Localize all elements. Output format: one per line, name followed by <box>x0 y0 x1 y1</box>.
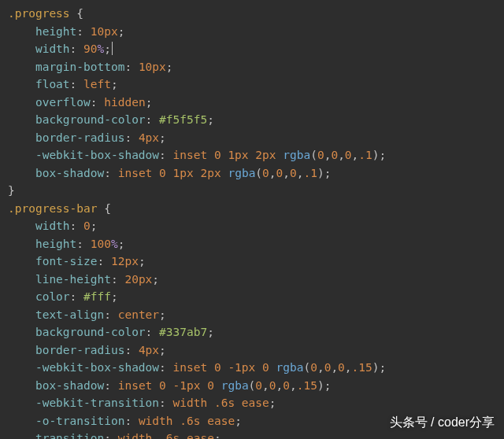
css-declaration: text-align: center; <box>8 306 504 324</box>
css-declaration: overflow: hidden; <box>8 94 504 112</box>
css-declaration: height: 100%; <box>8 235 504 253</box>
css-selector-line: .progress { <box>8 5 504 23</box>
css-declaration: line-height: 20px; <box>8 271 504 289</box>
css-declaration: box-shadow: inset 0 1px 2px rgba(0,0,0,.… <box>8 164 504 183</box>
css-declaration: -webkit-transition: width .6s ease; <box>8 394 504 412</box>
css-declaration: border-radius: 4px; <box>8 341 504 360</box>
css-declaration: width: 0; <box>8 217 504 235</box>
css-declaration: color: #fff; <box>8 288 504 306</box>
css-declaration: margin-bottom: 10px; <box>8 58 504 76</box>
css-declaration: width: 90%; <box>8 40 504 58</box>
code-block: .progress { height: 10px; width: 90%; ma… <box>0 0 504 439</box>
css-declaration: background-color: #f5f5f5; <box>8 111 504 129</box>
css-declaration: float: left; <box>8 76 504 94</box>
css-declaration: border-radius: 4px; <box>8 129 504 147</box>
css-close-brace: } <box>8 182 504 200</box>
css-declaration: -webkit-box-shadow: inset 0 1px 2px rgba… <box>8 146 504 164</box>
css-declaration: background-color: #337ab7; <box>8 323 504 341</box>
css-declaration: box-shadow: inset 0 -1px 0 rgba(0,0,0,.1… <box>8 377 504 395</box>
css-selector-line: .progress-bar { <box>8 200 504 218</box>
watermark: 头条号 / coder分享 <box>390 414 495 432</box>
text-cursor <box>112 42 113 55</box>
css-declaration: height: 10px; <box>8 23 504 41</box>
css-declaration: -webkit-box-shadow: inset 0 -1px 0 rgba(… <box>8 359 504 377</box>
css-declaration: font-size: 12px; <box>8 253 504 271</box>
